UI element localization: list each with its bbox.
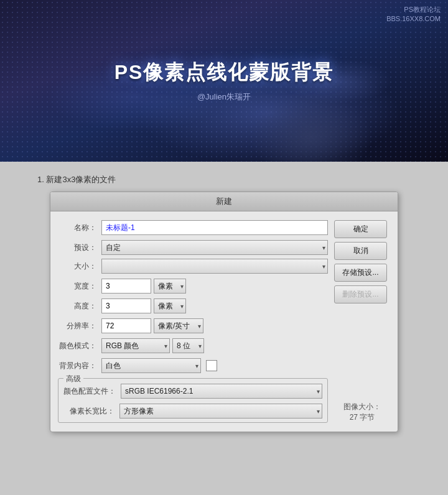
- width-input[interactable]: [101, 279, 151, 294]
- save-preset-button[interactable]: 存储预设...: [334, 264, 387, 282]
- height-row: 高度： 像素: [58, 298, 328, 313]
- pixel-ratio-select-wrapper: 方形像素: [119, 404, 322, 419]
- height-input-group: 像素: [101, 298, 186, 313]
- color-profile-select-wrapper: sRGB IEC61966-2.1: [121, 384, 322, 399]
- size-select[interactable]: [101, 259, 328, 274]
- ok-button[interactable]: 确定: [334, 220, 387, 238]
- cancel-button[interactable]: 取消: [334, 242, 387, 260]
- resolution-unit-wrapper: 像素/英寸: [154, 318, 203, 333]
- name-row: 名称：: [58, 220, 328, 235]
- color-mode-select[interactable]: RGB 颜色: [101, 338, 170, 353]
- color-profile-select[interactable]: sRGB IEC61966-2.1: [121, 384, 322, 399]
- advanced-group-label: 高级: [63, 374, 83, 384]
- color-profile-label: 颜色配置文件：: [63, 386, 121, 397]
- width-input-group: 像素: [101, 279, 186, 294]
- resolution-label: 分辨率：: [58, 321, 101, 331]
- dialog-titlebar: 新建: [50, 192, 398, 211]
- banner: PS教程论坛 BBS.16XX8.COM PS像素点线化蒙版背景 @Julien…: [0, 0, 448, 162]
- color-mode-label: 颜色模式：: [58, 341, 101, 351]
- resolution-input[interactable]: [101, 318, 151, 333]
- content-area: 1. 新建3x3像素的文件 新建 名称： 预设： 自定: [0, 162, 448, 445]
- dialog-body: 名称： 预设： 自定 大小：: [50, 211, 398, 432]
- height-unit-select[interactable]: 像素: [154, 298, 186, 313]
- width-unit-wrapper: 像素: [154, 279, 186, 294]
- name-label: 名称：: [58, 223, 101, 233]
- color-mode-row: 颜色模式： RGB 颜色 8 位: [58, 338, 328, 353]
- preset-select-wrapper: 自定: [101, 240, 328, 255]
- advanced-group: 高级 颜色配置文件： sRGB IEC61966-2.1 像素长宽比：: [58, 378, 328, 423]
- bg-content-label: 背景内容：: [58, 361, 101, 371]
- pixel-ratio-row: 像素长宽比： 方形像素: [63, 404, 322, 419]
- name-input[interactable]: [101, 220, 328, 235]
- height-label: 高度：: [58, 301, 101, 312]
- color-swatch[interactable]: [206, 360, 217, 371]
- banner-title: PS像素点线化蒙版背景: [114, 59, 334, 86]
- preset-row: 预设： 自定: [58, 240, 328, 255]
- width-unit-select[interactable]: 像素: [154, 279, 186, 294]
- image-size-value: 27 字节: [334, 412, 390, 423]
- size-row: 大小：: [58, 259, 328, 274]
- pixel-ratio-label: 像素长宽比：: [63, 406, 119, 417]
- forum-label: PS教程论坛 BBS.16XX8.COM: [386, 5, 441, 24]
- bg-content-select[interactable]: 白色: [101, 358, 201, 373]
- dialog-form: 名称： 预设： 自定 大小：: [58, 220, 328, 423]
- color-mode-select-wrapper: RGB 颜色: [101, 338, 170, 353]
- banner-subtitle: @Julien朱瑞开: [197, 91, 251, 103]
- bg-content-select-wrapper: 白色: [101, 358, 201, 373]
- resolution-unit-select[interactable]: 像素/英寸: [154, 318, 203, 333]
- image-size-info: 图像大小： 27 字节: [334, 389, 390, 423]
- width-row: 宽度： 像素: [58, 279, 328, 294]
- color-mode-group: RGB 颜色 8 位: [101, 338, 204, 353]
- resolution-input-group: 像素/英寸: [101, 318, 203, 333]
- bit-depth-select[interactable]: 8 位: [172, 338, 204, 353]
- image-size-label: 图像大小：: [334, 402, 390, 412]
- height-input[interactable]: [101, 298, 151, 313]
- width-label: 宽度：: [58, 281, 101, 292]
- step-label: 1. 新建3x3像素的文件: [37, 174, 411, 185]
- size-select-wrapper: [101, 259, 328, 274]
- preset-select[interactable]: 自定: [101, 240, 328, 255]
- bg-content-group: 白色: [101, 358, 217, 373]
- pixel-ratio-select[interactable]: 方形像素: [119, 404, 322, 419]
- size-label: 大小：: [58, 261, 101, 272]
- resolution-row: 分辨率： 像素/英寸: [58, 318, 328, 333]
- height-unit-wrapper: 像素: [154, 298, 186, 313]
- delete-preset-button[interactable]: 删除预设...: [334, 285, 387, 303]
- bit-depth-select-wrapper: 8 位: [172, 338, 204, 353]
- dialog-right: 确定 取消 存储预设... 删除预设... 图像大小： 27 字节: [334, 220, 390, 423]
- bg-content-row: 背景内容： 白色: [58, 358, 328, 373]
- preset-label: 预设：: [58, 243, 101, 253]
- new-file-dialog: 新建 名称： 预设： 自定: [50, 192, 398, 432]
- color-profile-row: 颜色配置文件： sRGB IEC61966-2.1: [63, 384, 322, 399]
